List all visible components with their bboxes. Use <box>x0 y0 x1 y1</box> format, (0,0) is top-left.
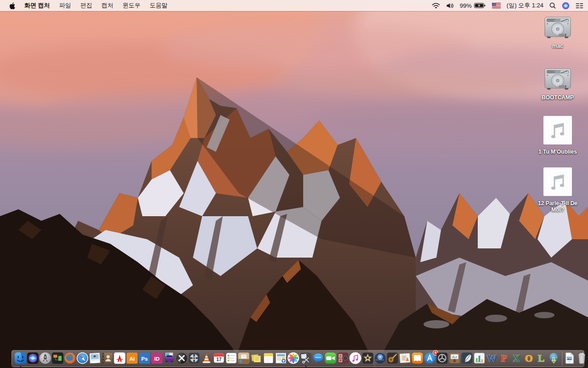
facetime-dock-icon[interactable] <box>324 352 337 365</box>
finder-dock-icon[interactable] <box>14 352 27 365</box>
garageband-dock-icon[interactable] <box>386 352 399 365</box>
image-viewer-dock-icon[interactable] <box>89 352 101 365</box>
desktop-icon-label: 1 Tu M'Oublies <box>538 149 577 155</box>
word-dock-icon[interactable]: W W <box>486 352 498 365</box>
svg-text:Ai: Ai <box>130 356 135 362</box>
menu-item-4[interactable]: 도움말 <box>145 1 172 10</box>
battery-menu[interactable]: 99% <box>460 2 486 9</box>
lync-dock-icon[interactable]: L L <box>535 352 548 365</box>
vlc-dock-icon[interactable] <box>200 352 213 365</box>
svg-text:ID: ID <box>154 356 160 362</box>
illustrator-dock-icon[interactable]: Ai <box>126 352 138 365</box>
contacts-dock-icon[interactable] <box>101 352 113 365</box>
siri-icon <box>562 2 570 10</box>
svg-text:W: W <box>487 353 497 364</box>
dock: Ai Ps ID 17 4 W WP PX XO OL L <box>11 350 584 367</box>
stickies-dock-icon[interactable] <box>250 352 262 365</box>
svg-text:17: 17 <box>216 357 222 362</box>
wifi-icon <box>432 3 440 9</box>
menu-left: 화면 캡처 파일편집캡처윈도우도움말 <box>5 1 172 10</box>
svg-text:X: X <box>513 353 520 364</box>
apple-menu[interactable] <box>5 2 20 9</box>
desktop-icon-mac[interactable]: mac <box>529 17 586 49</box>
excel-dock-icon[interactable]: X X <box>510 352 523 365</box>
menu-bar: 화면 캡처 파일편집캡처윈도우도움말 99% <box>0 0 588 11</box>
desktop-icon-bootcamp[interactable]: BOOTCAMP <box>529 68 586 101</box>
hard-drive-icon <box>544 17 571 40</box>
itunes-dock-icon[interactable] <box>349 352 362 365</box>
desktop-icon-12-parle-t-il-de-moi-[interactable]: 12 Parle-T-Il De Moi? <box>529 167 586 213</box>
photos-dock-icon[interactable] <box>287 352 300 365</box>
display-windows-app-dock-icon[interactable] <box>51 352 64 365</box>
volume-icon <box>446 3 454 9</box>
reminders-dock-icon[interactable] <box>225 352 237 365</box>
siri-dock-icon[interactable] <box>27 352 39 365</box>
spotlight-menu[interactable] <box>549 2 556 9</box>
powerpoint-dock-icon[interactable]: P P <box>498 352 510 365</box>
desktop-icon-1-tu-m-oublies[interactable]: 1 Tu M'Oublies <box>529 116 586 155</box>
launchpad-dock-icon[interactable] <box>39 352 51 365</box>
menu-item-3[interactable]: 윈도우 <box>118 1 145 10</box>
dock-divider <box>561 352 562 366</box>
disk-tool-dock-icon[interactable] <box>188 352 200 365</box>
autoupdate-globe-dock-icon[interactable] <box>548 352 560 365</box>
acrobat-reader-dock-icon[interactable] <box>113 352 126 365</box>
volume-menu[interactable] <box>446 3 454 9</box>
svg-text:Ps: Ps <box>141 356 147 362</box>
photo-booth-dock-icon[interactable] <box>337 352 349 365</box>
battery-charging-icon <box>474 3 486 8</box>
app-store-dock-icon[interactable]: 4 <box>424 352 436 365</box>
ibooks-dock-icon[interactable] <box>411 352 424 365</box>
messages-dock-icon[interactable] <box>312 352 324 365</box>
us-flag-icon <box>492 3 501 8</box>
wifi-menu[interactable] <box>432 3 440 9</box>
input-source-menu[interactable] <box>492 3 501 8</box>
clippings-app-dock-icon[interactable] <box>399 352 411 365</box>
desktop-wallpaper <box>0 0 588 368</box>
battery-percent: 99% <box>460 2 472 9</box>
menu-item-0[interactable]: 파일 <box>55 1 76 10</box>
photoshop-dock-icon[interactable]: Ps <box>138 352 151 365</box>
hard-drive-icon <box>544 68 571 92</box>
active-app-name[interactable]: 화면 캡처 <box>20 1 55 10</box>
desktop-icon-label: mac <box>552 43 563 49</box>
document-file-dock-icon[interactable] <box>563 352 576 365</box>
desktop-icon-label: 12 Parle-T-Il De Moi? <box>532 200 583 213</box>
siri-menu[interactable] <box>562 2 570 10</box>
notes-dock-icon[interactable] <box>262 352 275 365</box>
iweb-dock-icon[interactable] <box>275 352 287 365</box>
audio-file-icon <box>543 116 572 146</box>
audio-file-icon <box>543 167 572 198</box>
indesign-dock-icon[interactable]: ID <box>151 352 163 365</box>
menu-item-1[interactable]: 편집 <box>76 1 97 10</box>
menu-item-2[interactable]: 캡처 <box>97 1 118 10</box>
notification-center-icon <box>576 3 583 9</box>
svg-text:O: O <box>525 353 533 364</box>
calendar-dock-icon[interactable]: 17 <box>213 352 225 365</box>
trash-dock-icon[interactable] <box>576 352 588 365</box>
firefox-dock-icon[interactable] <box>64 352 76 365</box>
imovie-dock-icon[interactable] <box>362 352 374 365</box>
notification-center-menu[interactable] <box>576 3 583 9</box>
safari-dock-icon[interactable] <box>76 352 89 365</box>
mail-app-dock-icon[interactable] <box>237 352 250 365</box>
clock[interactable]: (일) 오후 1:24 <box>507 1 543 10</box>
toast-dock-icon[interactable] <box>163 352 175 365</box>
keynote-dock-icon[interactable] <box>448 352 461 365</box>
apple-logo-icon <box>9 2 15 9</box>
pages-dock-icon[interactable] <box>461 352 473 365</box>
x-media-app-dock-icon[interactable] <box>175 352 188 365</box>
menu-right-status: 99% (일) 오후 1:24 <box>432 1 583 10</box>
outlook-dock-icon[interactable]: O O <box>523 352 535 365</box>
screen-capture-dock-icon[interactable] <box>300 352 312 365</box>
desktop-icon-label: BOOTCAMP <box>542 94 574 101</box>
numbers-dock-icon[interactable] <box>473 352 486 365</box>
svg-text:P: P <box>501 353 507 364</box>
spotlight-search-icon <box>549 2 556 9</box>
aperture-dock-icon[interactable] <box>436 352 448 365</box>
idvd-dock-icon[interactable] <box>374 352 386 365</box>
svg-text:L: L <box>538 353 544 364</box>
